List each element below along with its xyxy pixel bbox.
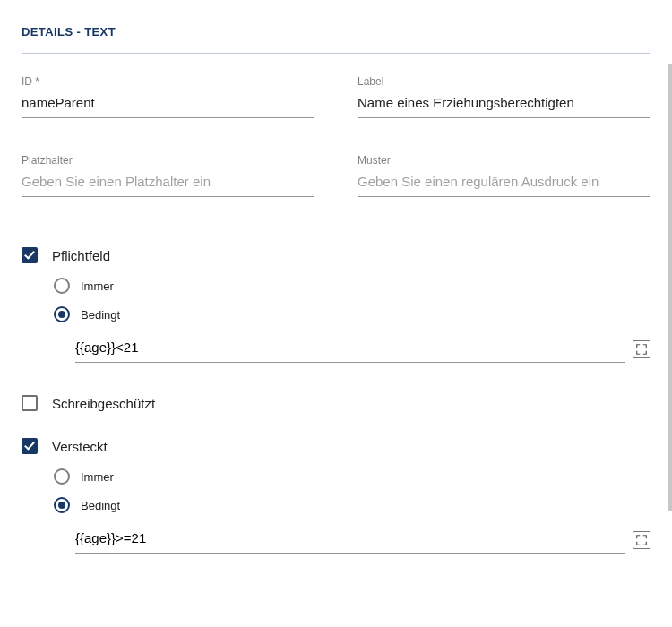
section-title: DETAILS - TEXT bbox=[22, 25, 650, 39]
required-row: Pflichtfeld bbox=[22, 247, 650, 263]
hidden-label: Versteckt bbox=[52, 439, 108, 454]
scrollbar[interactable] bbox=[668, 64, 672, 511]
hidden-radio-group: Immer Bedingt bbox=[54, 468, 650, 513]
required-checkbox[interactable] bbox=[22, 247, 38, 263]
required-expression-input[interactable] bbox=[75, 335, 625, 363]
readonly-label: Schreibgeschützt bbox=[52, 396, 155, 411]
label-label: Label bbox=[358, 75, 650, 88]
field-pattern: Muster bbox=[358, 154, 650, 197]
field-label: Label bbox=[358, 75, 650, 118]
hidden-row: Versteckt bbox=[22, 438, 650, 454]
required-radio-conditional-row: Bedingt bbox=[54, 306, 650, 322]
pattern-input[interactable] bbox=[358, 169, 650, 197]
required-radio-always[interactable] bbox=[54, 278, 70, 294]
required-radio-conditional[interactable] bbox=[54, 306, 70, 322]
placeholder-input[interactable] bbox=[22, 169, 314, 197]
readonly-row: Schreibgeschützt bbox=[22, 395, 650, 411]
required-radio-conditional-label: Bedingt bbox=[81, 308, 120, 322]
hidden-radio-conditional[interactable] bbox=[54, 497, 70, 513]
label-input[interactable] bbox=[358, 90, 650, 118]
hidden-expression-input[interactable] bbox=[75, 526, 625, 554]
hidden-radio-always-row: Immer bbox=[54, 468, 650, 485]
required-expression-row bbox=[75, 335, 650, 363]
hidden-expand-button[interactable] bbox=[633, 531, 650, 549]
field-id: ID * bbox=[22, 75, 314, 118]
content: ID * Label Platzhalter Muster Pflichtfe bbox=[22, 54, 650, 554]
placeholder-label: Platzhalter bbox=[22, 154, 314, 167]
required-radio-group: Immer Bedingt bbox=[54, 278, 650, 322]
details-panel: DETAILS - TEXT ID * Label Platzhalter Mu… bbox=[0, 0, 672, 571]
field-placeholder: Platzhalter bbox=[22, 154, 314, 197]
hidden-radio-always[interactable] bbox=[54, 468, 70, 485]
fullscreen-icon bbox=[635, 343, 648, 356]
id-label: ID * bbox=[22, 75, 314, 88]
required-label: Pflichtfeld bbox=[52, 248, 110, 263]
hidden-expression-row bbox=[75, 526, 650, 554]
fullscreen-icon bbox=[635, 534, 648, 546]
required-radio-always-row: Immer bbox=[54, 278, 650, 294]
hidden-radio-conditional-label: Bedingt bbox=[81, 499, 120, 512]
id-input[interactable] bbox=[22, 90, 314, 118]
hidden-radio-conditional-row: Bedingt bbox=[54, 497, 650, 513]
required-expand-button[interactable] bbox=[633, 340, 650, 358]
pattern-label: Muster bbox=[358, 154, 650, 167]
hidden-checkbox[interactable] bbox=[22, 438, 38, 454]
required-radio-always-label: Immer bbox=[81, 279, 114, 293]
readonly-checkbox[interactable] bbox=[22, 395, 38, 411]
hidden-radio-always-label: Immer bbox=[81, 470, 114, 484]
